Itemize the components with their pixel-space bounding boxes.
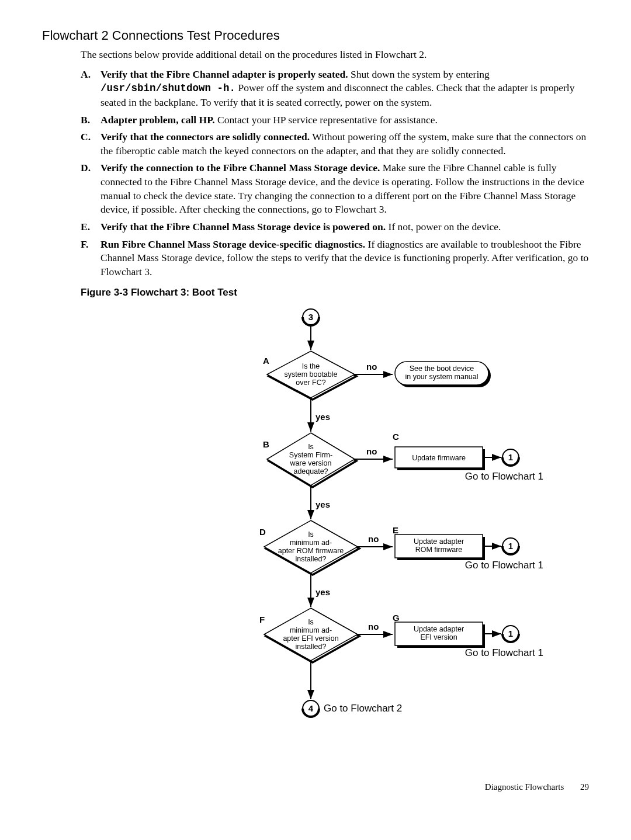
no-label: no — [368, 534, 379, 544]
no-label: no — [368, 622, 379, 631]
list-marker: D. — [81, 161, 100, 217]
label-a: A — [263, 356, 269, 366]
act-a-l2: in your system manual — [405, 373, 478, 381]
decision-d: Is minimum ad- apter ROM firmware instal… — [259, 520, 359, 575]
yes-label: yes — [316, 499, 330, 509]
list-item: E. Verify that the Fibre Channel Mass St… — [81, 220, 589, 234]
figure-caption: Figure 3-3 Flowchart 3: Boot Test — [81, 287, 589, 298]
label-f: F — [259, 615, 265, 624]
procedure-list: A. Verify that the Fibre Channel adapter… — [81, 68, 589, 279]
dec-f-l4: installed? — [296, 643, 327, 651]
list-marker: B. — [81, 113, 100, 127]
act-e-l2: ROM firmware — [415, 546, 463, 554]
list-item: F. Run Fibre Channel Mass Storage device… — [81, 238, 589, 279]
dec-d-l2: minimum ad- — [290, 539, 332, 547]
item-bold: Verify that the Fibre Channel adapter is… — [100, 68, 348, 80]
list-item: B. Adapter problem, call HP. Contact you… — [81, 113, 589, 127]
end-number: 4 — [308, 703, 314, 713]
label-g: G — [393, 613, 400, 623]
dec-f-l2: minimum ad- — [290, 626, 332, 634]
item-text: Contact your HP service representative f… — [215, 114, 438, 126]
conn-num: 1 — [508, 541, 513, 551]
no-label: no — [366, 446, 377, 456]
yes-label: yes — [316, 587, 330, 597]
connector-1-d: 1 — [502, 538, 519, 554]
dec-f-l1: Is — [308, 618, 314, 626]
act-g-l2: EFI version — [420, 633, 457, 641]
label-d: D — [259, 527, 266, 537]
item-text: If not, power on the device. — [386, 221, 501, 232]
action-g: Update adapter EFI version — [395, 622, 485, 648]
list-text: Adapter problem, call HP. Contact your H… — [100, 113, 589, 127]
dec-b-l2: System Firm- — [289, 451, 332, 459]
list-text: Verify the connection to the Fibre Chann… — [100, 161, 589, 217]
act-a-l1: See the boot device — [410, 365, 474, 373]
yes-label: yes — [316, 412, 330, 422]
act-g-l1: Update adapter — [414, 625, 464, 633]
act-e-l1: Update adapter — [414, 537, 464, 546]
goto-1: Go to Flowchart 1 — [465, 471, 543, 482]
label-c: C — [393, 432, 399, 442]
act-c-text: Update firmware — [412, 454, 466, 462]
goto-1: Go to Flowchart 1 — [465, 560, 543, 571]
start-connector: 3 — [303, 309, 319, 325]
list-item: C. Verify that the connectors are solidl… — [81, 130, 589, 158]
dec-d-l1: Is — [308, 530, 314, 539]
page-number: 29 — [580, 782, 589, 792]
flowchart-container: 3 Is the system bootable over FC? A no S… — [217, 304, 545, 766]
list-item: D. Verify the connection to the Fibre Ch… — [81, 161, 589, 217]
conn-num: 1 — [508, 452, 513, 462]
list-marker: A. — [81, 68, 100, 110]
dec-d-l4: installed? — [296, 555, 327, 563]
decision-f: Is minimum ad- apter EFI version install… — [259, 608, 359, 662]
section-heading: Flowchart 2 Connections Test Procedures — [42, 28, 589, 43]
connector-1-b: 1 — [502, 449, 519, 466]
dec-a-l1: Is the — [302, 362, 320, 370]
item-bold: Run Fibre Channel Mass Storage device-sp… — [100, 238, 365, 250]
dec-f-l3: apter EFI version — [283, 634, 338, 643]
item-bold: Verify the connection to the Fibre Chann… — [100, 162, 380, 173]
no-label: no — [366, 362, 377, 372]
decision-a: Is the system bootable over FC? A — [263, 351, 356, 400]
dec-b-l4: adequate? — [293, 467, 328, 475]
item-bold: Verify that the Fibre Channel Mass Stora… — [100, 221, 386, 232]
end-connector: 4 — [303, 700, 319, 717]
action-a: See the boot device in your system manua… — [395, 362, 491, 387]
list-marker: E. — [81, 220, 100, 234]
list-text: Verify that the connectors are solidly c… — [100, 130, 589, 158]
action-e: Update adapter ROM firmware — [395, 534, 485, 560]
list-marker: C. — [81, 130, 100, 158]
item-bold: Verify that the connectors are solidly c… — [100, 131, 310, 143]
label-b: B — [263, 439, 269, 449]
list-text: Run Fibre Channel Mass Storage device-sp… — [100, 238, 589, 279]
list-text: Verify that the Fibre Channel Mass Stora… — [100, 220, 589, 234]
item-mono: /usr/sbin/shutdown -h. — [100, 82, 235, 94]
start-number: 3 — [308, 312, 313, 322]
intro-paragraph: The sections below provide additional de… — [81, 48, 589, 62]
dec-b-l3: ware version — [290, 459, 332, 467]
flowchart-svg: 3 Is the system bootable over FC? A no S… — [217, 304, 545, 766]
action-c: Update firmware — [395, 447, 485, 470]
goto-1: Go to Flowchart 1 — [465, 647, 543, 658]
goto-2: Go to Flowchart 2 — [324, 703, 402, 714]
item-bold: Adapter problem, call HP. — [100, 114, 215, 126]
page-footer: Diagnostic Flowcharts 29 — [42, 782, 589, 792]
list-marker: F. — [81, 238, 100, 279]
list-item: A. Verify that the Fibre Channel adapter… — [81, 68, 589, 110]
connector-1-f: 1 — [502, 626, 519, 642]
dec-d-l3: apter ROM firmware — [278, 547, 344, 555]
conn-num: 1 — [508, 629, 513, 638]
item-text: Shut down the system by entering — [348, 68, 490, 80]
decision-b: Is System Firm- ware version adequate? B — [263, 433, 356, 487]
footer-title: Diagnostic Flowcharts — [485, 782, 564, 792]
dec-a-l2: system bootable — [284, 370, 337, 379]
list-text: Verify that the Fibre Channel adapter is… — [100, 68, 589, 110]
label-e: E — [393, 525, 398, 535]
dec-a-l3: over FC? — [296, 379, 325, 387]
dec-b-l1: Is — [308, 443, 314, 451]
